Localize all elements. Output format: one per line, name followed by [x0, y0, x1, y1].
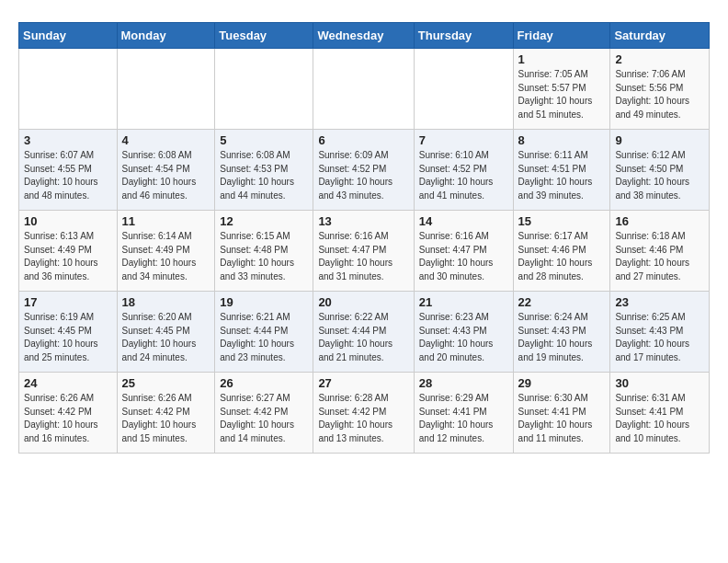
day-info: Sunrise: 6:25 AM Sunset: 4:43 PM Dayligh…: [615, 311, 704, 364]
day-number: 30: [615, 376, 704, 390]
day-cell: 7Sunrise: 6:10 AM Sunset: 4:52 PM Daylig…: [414, 130, 513, 211]
day-number: 6: [318, 133, 408, 147]
day-number: 16: [615, 214, 704, 228]
day-number: 24: [24, 376, 112, 390]
day-info: Sunrise: 6:14 AM Sunset: 4:49 PM Dayligh…: [122, 230, 210, 283]
day-cell: 2Sunrise: 7:06 AM Sunset: 5:56 PM Daylig…: [610, 49, 710, 130]
day-number: 1: [518, 52, 606, 66]
day-cell: 21Sunrise: 6:23 AM Sunset: 4:43 PM Dayli…: [414, 292, 513, 373]
day-number: 3: [24, 133, 112, 147]
day-info: Sunrise: 6:15 AM Sunset: 4:48 PM Dayligh…: [220, 230, 308, 283]
header: [18, 15, 710, 17]
week-row-3: 10Sunrise: 6:13 AM Sunset: 4:49 PM Dayli…: [19, 211, 710, 292]
day-info: Sunrise: 6:27 AM Sunset: 4:42 PM Dayligh…: [220, 392, 308, 445]
day-info: Sunrise: 6:26 AM Sunset: 4:42 PM Dayligh…: [24, 392, 112, 445]
day-info: Sunrise: 6:26 AM Sunset: 4:42 PM Dayligh…: [122, 392, 210, 445]
day-cell: 5Sunrise: 6:08 AM Sunset: 4:53 PM Daylig…: [215, 130, 313, 211]
day-cell: 18Sunrise: 6:20 AM Sunset: 4:45 PM Dayli…: [117, 292, 215, 373]
day-info: Sunrise: 6:29 AM Sunset: 4:41 PM Dayligh…: [419, 392, 508, 445]
day-info: Sunrise: 6:07 AM Sunset: 4:55 PM Dayligh…: [24, 149, 112, 202]
day-number: 17: [24, 295, 112, 309]
weekday-header-friday: Friday: [513, 23, 610, 49]
day-number: 25: [122, 376, 210, 390]
day-cell: 13Sunrise: 6:16 AM Sunset: 4:47 PM Dayli…: [313, 211, 414, 292]
day-number: 26: [220, 376, 308, 390]
weekday-header-thursday: Thursday: [414, 23, 513, 49]
day-cell: 6Sunrise: 6:09 AM Sunset: 4:52 PM Daylig…: [313, 130, 414, 211]
week-row-2: 3Sunrise: 6:07 AM Sunset: 4:55 PM Daylig…: [19, 130, 710, 211]
day-info: Sunrise: 6:23 AM Sunset: 4:43 PM Dayligh…: [419, 311, 508, 364]
day-info: Sunrise: 6:09 AM Sunset: 4:52 PM Dayligh…: [318, 149, 408, 202]
day-cell: 24Sunrise: 6:26 AM Sunset: 4:42 PM Dayli…: [19, 373, 118, 454]
weekday-header-tuesday: Tuesday: [215, 23, 313, 49]
day-cell: 29Sunrise: 6:30 AM Sunset: 4:41 PM Dayli…: [513, 373, 610, 454]
day-cell: [313, 49, 414, 130]
day-cell: 17Sunrise: 6:19 AM Sunset: 4:45 PM Dayli…: [19, 292, 118, 373]
day-cell: 14Sunrise: 6:16 AM Sunset: 4:47 PM Dayli…: [414, 211, 513, 292]
day-number: 29: [518, 376, 606, 390]
weekday-header-wednesday: Wednesday: [313, 23, 414, 49]
day-cell: 20Sunrise: 6:22 AM Sunset: 4:44 PM Dayli…: [313, 292, 414, 373]
day-number: 14: [419, 214, 508, 228]
day-number: 4: [122, 133, 210, 147]
day-info: Sunrise: 6:11 AM Sunset: 4:51 PM Dayligh…: [518, 149, 606, 202]
day-info: Sunrise: 6:21 AM Sunset: 4:44 PM Dayligh…: [220, 311, 308, 364]
day-info: Sunrise: 6:08 AM Sunset: 4:53 PM Dayligh…: [220, 149, 308, 202]
week-row-4: 17Sunrise: 6:19 AM Sunset: 4:45 PM Dayli…: [19, 292, 710, 373]
day-cell: 25Sunrise: 6:26 AM Sunset: 4:42 PM Dayli…: [117, 373, 215, 454]
day-number: 23: [615, 295, 704, 309]
day-info: Sunrise: 6:10 AM Sunset: 4:52 PM Dayligh…: [419, 149, 508, 202]
weekday-header-saturday: Saturday: [610, 23, 710, 49]
day-cell: 27Sunrise: 6:28 AM Sunset: 4:42 PM Dayli…: [313, 373, 414, 454]
day-cell: 16Sunrise: 6:18 AM Sunset: 4:46 PM Dayli…: [610, 211, 710, 292]
day-cell: [215, 49, 313, 130]
day-cell: 30Sunrise: 6:31 AM Sunset: 4:41 PM Dayli…: [610, 373, 710, 454]
day-info: Sunrise: 6:12 AM Sunset: 4:50 PM Dayligh…: [615, 149, 704, 202]
day-info: Sunrise: 7:05 AM Sunset: 5:57 PM Dayligh…: [518, 68, 606, 121]
day-number: 18: [122, 295, 210, 309]
day-info: Sunrise: 6:08 AM Sunset: 4:54 PM Dayligh…: [122, 149, 210, 202]
day-cell: 8Sunrise: 6:11 AM Sunset: 4:51 PM Daylig…: [513, 130, 610, 211]
day-number: 5: [220, 133, 308, 147]
day-cell: 26Sunrise: 6:27 AM Sunset: 4:42 PM Dayli…: [215, 373, 313, 454]
day-number: 8: [518, 133, 606, 147]
weekday-header-monday: Monday: [117, 23, 215, 49]
day-number: 10: [24, 214, 112, 228]
day-info: Sunrise: 6:28 AM Sunset: 4:42 PM Dayligh…: [318, 392, 408, 445]
day-info: Sunrise: 6:20 AM Sunset: 4:45 PM Dayligh…: [122, 311, 210, 364]
day-cell: 15Sunrise: 6:17 AM Sunset: 4:46 PM Dayli…: [513, 211, 610, 292]
day-cell: 10Sunrise: 6:13 AM Sunset: 4:49 PM Dayli…: [19, 211, 118, 292]
day-info: Sunrise: 6:22 AM Sunset: 4:44 PM Dayligh…: [318, 311, 408, 364]
week-row-1: 1Sunrise: 7:05 AM Sunset: 5:57 PM Daylig…: [19, 49, 710, 130]
day-info: Sunrise: 6:19 AM Sunset: 4:45 PM Dayligh…: [24, 311, 112, 364]
day-info: Sunrise: 6:31 AM Sunset: 4:41 PM Dayligh…: [615, 392, 704, 445]
day-cell: 12Sunrise: 6:15 AM Sunset: 4:48 PM Dayli…: [215, 211, 313, 292]
day-info: Sunrise: 6:24 AM Sunset: 4:43 PM Dayligh…: [518, 311, 606, 364]
day-info: Sunrise: 6:13 AM Sunset: 4:49 PM Dayligh…: [24, 230, 112, 283]
day-info: Sunrise: 6:16 AM Sunset: 4:47 PM Dayligh…: [318, 230, 408, 283]
day-number: 11: [122, 214, 210, 228]
calendar-table: SundayMondayTuesdayWednesdayThursdayFrid…: [18, 22, 710, 454]
day-number: 15: [518, 214, 606, 228]
day-number: 22: [518, 295, 606, 309]
day-number: 13: [318, 214, 408, 228]
day-info: Sunrise: 6:30 AM Sunset: 4:41 PM Dayligh…: [518, 392, 606, 445]
day-info: Sunrise: 6:16 AM Sunset: 4:47 PM Dayligh…: [419, 230, 508, 283]
day-number: 27: [318, 376, 408, 390]
day-number: 20: [318, 295, 408, 309]
day-cell: 19Sunrise: 6:21 AM Sunset: 4:44 PM Dayli…: [215, 292, 313, 373]
day-info: Sunrise: 6:18 AM Sunset: 4:46 PM Dayligh…: [615, 230, 704, 283]
day-cell: [19, 49, 118, 130]
day-cell: 1Sunrise: 7:05 AM Sunset: 5:57 PM Daylig…: [513, 49, 610, 130]
day-cell: 28Sunrise: 6:29 AM Sunset: 4:41 PM Dayli…: [414, 373, 513, 454]
day-info: Sunrise: 6:17 AM Sunset: 4:46 PM Dayligh…: [518, 230, 606, 283]
day-cell: 9Sunrise: 6:12 AM Sunset: 4:50 PM Daylig…: [610, 130, 710, 211]
day-cell: 4Sunrise: 6:08 AM Sunset: 4:54 PM Daylig…: [117, 130, 215, 211]
day-cell: [117, 49, 215, 130]
day-cell: 3Sunrise: 6:07 AM Sunset: 4:55 PM Daylig…: [19, 130, 118, 211]
week-row-5: 24Sunrise: 6:26 AM Sunset: 4:42 PM Dayli…: [19, 373, 710, 454]
weekday-header-row: SundayMondayTuesdayWednesdayThursdayFrid…: [19, 23, 710, 49]
day-number: 2: [615, 52, 704, 66]
day-cell: [414, 49, 513, 130]
day-number: 9: [615, 133, 704, 147]
